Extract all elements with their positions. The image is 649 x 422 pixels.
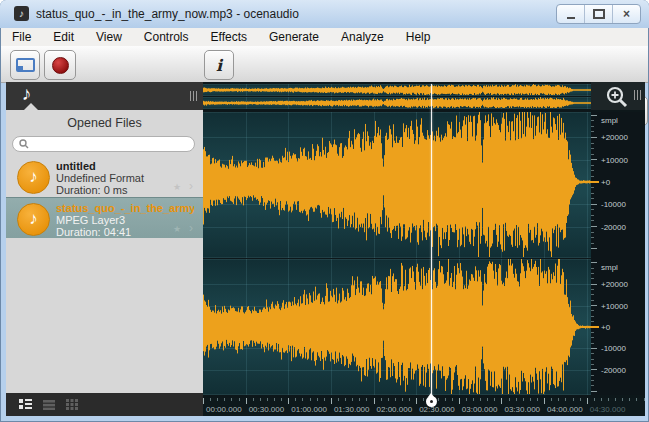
timeline-ruler[interactable]: 00:00.00000:30.00001:00.00001:30.00002:0… [203, 398, 645, 416]
scale-tick [591, 159, 597, 160]
waveform-right-channel[interactable] [203, 259, 591, 395]
scale-tick [591, 131, 594, 132]
menu-edit[interactable]: Edit [42, 28, 85, 46]
scale-tick [591, 316, 594, 317]
scale-tick [591, 120, 594, 121]
minimize-icon [567, 17, 575, 19]
scale-tick [591, 273, 594, 274]
detail-view-button[interactable] [19, 396, 32, 414]
scale-tick [591, 385, 594, 386]
files-tab-icon[interactable]: ♪ [22, 83, 32, 105]
menu-file[interactable]: File [1, 28, 42, 46]
list-view-button[interactable] [43, 396, 55, 414]
scale-tick [591, 143, 594, 144]
sidebar-grip-handle[interactable] [190, 91, 197, 101]
app-window: ♪ status_quo_-_in_the_army_now.mp3 - oce… [0, 0, 649, 422]
maximize-icon [593, 9, 605, 19]
scale-tick [591, 284, 597, 285]
timeline-label: 03:30.000 [504, 405, 540, 414]
sidebar-toggle-button[interactable] [10, 50, 40, 80]
view-mode-bar [6, 393, 203, 416]
overview-right-channel[interactable] [203, 97, 591, 109]
menu-effects[interactable]: Effects [200, 28, 258, 46]
amplitude-scale-right: smpl+20000+10000+0-10000-20000 [591, 259, 645, 395]
file-item-untitled[interactable]: ♪ untitled Undefined Format Duration: 0 … [6, 156, 203, 197]
scale-tick [591, 232, 594, 233]
scale-tick [591, 237, 594, 238]
scale-grip-handle[interactable] [634, 90, 641, 100]
record-button[interactable] [44, 50, 76, 80]
record-icon [52, 57, 69, 74]
search-input[interactable] [33, 138, 187, 151]
scale-tick-label: +20000 [601, 280, 628, 289]
scale-tick [591, 215, 594, 216]
scale-tick [591, 187, 594, 188]
grid-view-button[interactable] [66, 396, 78, 414]
zoom-panel [591, 82, 645, 110]
scale-tick-label: +0 [601, 178, 610, 187]
file-duration: Duration: 04:41 [56, 226, 131, 238]
info-button[interactable]: i [204, 50, 234, 80]
panel-title: Opened Files [6, 110, 203, 136]
menu-analyze[interactable]: Analyze [330, 28, 395, 46]
amplitude-scale-left: smpl+20000+10000+0-10000-20000 [591, 112, 645, 258]
zero-level-mark [591, 181, 599, 183]
sidebar: ♪ Opened Files ♪ untitled Undefined Form… [6, 82, 203, 416]
scale-tick [591, 300, 594, 301]
scale-tick [591, 332, 594, 333]
scale-tick [591, 268, 594, 269]
scale-tick [591, 289, 594, 290]
file-item-status-quo[interactable]: ♪ status_quo_-_in_the_army_now.... MPEG … [6, 197, 203, 238]
note-icon: ♪ [29, 167, 38, 186]
timeline-label: 03:00.000 [462, 405, 498, 414]
menu-view[interactable]: View [85, 28, 133, 46]
scale-tick [591, 321, 594, 322]
timeline-label: 02:00.000 [377, 405, 413, 414]
scale-tick [591, 198, 594, 199]
scale-tick-label: +10000 [601, 156, 628, 165]
scale-tick [591, 294, 594, 295]
close-button[interactable]: × [612, 5, 640, 23]
menu-controls[interactable]: Controls [133, 28, 200, 46]
scale-tick [591, 364, 594, 365]
overview-left-channel[interactable] [203, 84, 591, 96]
title-bar[interactable]: ♪ status_quo_-_in_the_army_now.mp3 - oce… [0, 0, 649, 28]
playhead-marker[interactable] [425, 393, 437, 409]
sidebar-toggle-icon [16, 58, 35, 72]
scale-tick [591, 170, 594, 171]
zoom-in-icon[interactable] [605, 85, 629, 113]
scale-tick-label: -10000 [601, 200, 626, 209]
timeline-label: 04:30.000 [590, 405, 626, 414]
scale-tick-label: +10000 [601, 302, 628, 311]
open-chevron-icon[interactable]: › [189, 221, 193, 235]
menu-generate[interactable]: Generate [258, 28, 330, 46]
scale-tick [591, 204, 597, 205]
scale-tick [591, 348, 597, 349]
waveform-left-channel[interactable] [203, 112, 591, 258]
open-chevron-icon[interactable]: › [189, 179, 193, 193]
playhead-line[interactable] [431, 84, 432, 398]
maximize-button[interactable] [584, 5, 612, 23]
audio-file-icon: ♪ [17, 161, 50, 194]
favorite-icon[interactable]: ★ [173, 224, 181, 234]
scale-unit-label: smpl [601, 263, 618, 272]
toolbar: ◀◀ ▶▶ i -00:02:42.483 hr min sec 44.1 kH… [1, 46, 648, 83]
favorite-icon[interactable]: ★ [173, 182, 181, 192]
scale-tick [591, 278, 594, 279]
tab-pointer [24, 103, 38, 110]
scale-tick [591, 165, 594, 166]
file-format: MPEG Layer3 [56, 214, 125, 226]
scale-tick [591, 226, 597, 227]
scale-tick [591, 154, 594, 155]
window-controls: × [556, 4, 641, 24]
scale-tick-label: +20000 [601, 133, 628, 142]
scale-tick [591, 375, 594, 376]
minimize-button[interactable] [557, 5, 584, 23]
scale-tick [591, 343, 594, 344]
scale-tick [591, 137, 597, 138]
waveform-region: smpl+20000+10000+0-10000-20000 smpl+2000… [203, 82, 645, 416]
menu-help[interactable]: Help [395, 28, 442, 46]
scale-tick-label: -10000 [601, 344, 626, 353]
app-icon-note: ♪ [19, 8, 24, 19]
file-search-box[interactable] [12, 136, 195, 152]
